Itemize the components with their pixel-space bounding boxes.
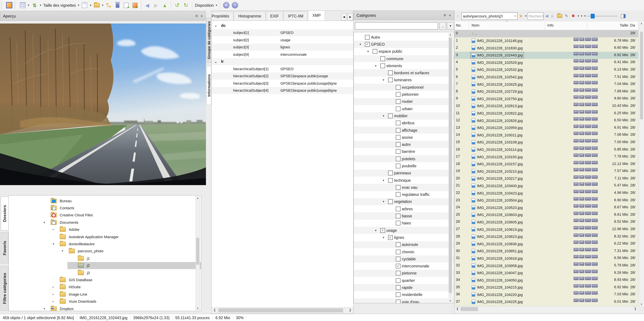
settings-icon[interactable]: ⚙ — [223, 2, 230, 9]
expander-icon[interactable]: ▾ — [383, 179, 388, 182]
file-row[interactable]: 6 IMG_20161228_102542.jpg GPSXMPIPTCEXIF… — [454, 73, 638, 81]
file-name-cell[interactable]: IMG_20161228_103150.jpg — [470, 154, 524, 159]
tab-histogramme[interactable]: Histogramme — [234, 12, 266, 21]
folder-tree-item[interactable]: GIS DataBase — [9, 276, 201, 283]
file-name-cell[interactable]: IMG_20161228_102625.jpg — [470, 81, 524, 87]
rotate-left-icon[interactable]: ↺ — [174, 2, 180, 9]
delete-icon[interactable] — [114, 2, 121, 9]
xmp-hscrollbar[interactable]: ❮ ❯ — [212, 307, 353, 313]
thumbnail-size-slider[interactable] — [587, 13, 618, 19]
category-checkbox[interactable]: ✓ — [396, 264, 400, 268]
file-name-cell[interactable]: IMG_20161228_104220.jpg — [470, 292, 524, 297]
file-row[interactable]: 31 IMG_20161228_103918.jpg GPSXMPIPTCEXI… — [454, 255, 638, 262]
file-row[interactable]: 4 IMG_20161228_102529.jpg GPSXMPIPTCEXIF… — [454, 59, 638, 66]
xmp-property-row[interactable]: subject[4] intercommunale — [212, 51, 353, 58]
category-item[interactable]: pietonne — [354, 270, 454, 277]
file-row[interactable]: 26 IMG_20161228_103605.jpg GPSXMPIPTCEXI… — [454, 219, 638, 226]
category-item[interactable]: bordures et surfaces — [354, 69, 454, 77]
file-row[interactable]: 27 IMG_20161228_103619.jpg GPSXMPIPTCEXI… — [454, 226, 638, 233]
file-name-cell[interactable]: IMG_20161228_103605.jpg — [470, 219, 524, 225]
rotate-right-icon[interactable]: ↻ — [182, 2, 189, 9]
file-name-cell[interactable]: IMG_20161228_102822.jpg — [470, 110, 524, 116]
file-name-cell[interactable]: IMG_20161228_102542.jpg — [470, 74, 524, 80]
toolbar-grip[interactable] — [1, 2, 4, 9]
file-row[interactable]: 28 IMG_20161228_103623.jpg GPSXMPIPTCEXI… — [454, 233, 638, 240]
scroll-right-icon[interactable]: ❯ — [633, 307, 638, 310]
folder-tree-item[interactable]: Creative Cloud Files — [9, 212, 201, 219]
file-row[interactable]: 23 IMG_20161228_103504.jpg GPSXMPIPTCEXI… — [454, 197, 638, 204]
file-row[interactable]: 12 IMG_20161228_102826.jpg GPSXMPIPTCEXI… — [454, 117, 638, 124]
xmp-property-row[interactable]: hierarchicalSubject[1] GPSEO — [212, 65, 353, 72]
xmp-property-row[interactable]: hierarchicalSubject[3] GPSEO|espace publ… — [212, 80, 353, 87]
file-row[interactable]: 21 IMG_20161228_103400.jpg GPSXMPIPTCEXI… — [454, 182, 638, 190]
file-list-hscrollbar[interactable]: ❮ ❯ — [454, 306, 638, 312]
category-item[interactable]: ▾ elements — [354, 62, 454, 69]
help-icon[interactable]: ? — [232, 2, 238, 9]
file-row[interactable]: 15 IMG_20161228_103108.jpg GPSXMPIPTCEXI… — [454, 139, 638, 146]
expander-icon[interactable]: ▾ — [383, 200, 388, 203]
category-item[interactable]: commune — [354, 55, 454, 62]
category-checkbox[interactable] — [396, 221, 400, 226]
category-item[interactable]: regulateur traffic — [354, 191, 454, 198]
file-row[interactable]: 18 IMG_20161228_103157.jpg GPSXMPIPTCEXI… — [454, 160, 638, 168]
category-checkbox[interactable] — [396, 142, 400, 147]
category-checkbox[interactable] — [396, 99, 400, 104]
file-name-cell[interactable]: IMG_20161228_103603.jpg — [470, 212, 524, 218]
category-checkbox[interactable] — [380, 56, 385, 61]
category-item[interactable]: ▾ ✓ lignes — [354, 234, 454, 241]
expander-icon[interactable]: ▸ — [53, 285, 60, 289]
category-checkbox[interactable]: ✓ — [388, 235, 393, 240]
file-name-cell[interactable]: IMG_20161228_104225.jpg — [470, 299, 524, 305]
folder-tree-item[interactable]: ▾ Dropbox — [9, 305, 201, 311]
expander-icon[interactable]: ▸ — [53, 228, 60, 231]
folder-tree-item[interactable]: ▸ HiSuite — [9, 283, 201, 291]
category-checkbox[interactable] — [396, 271, 400, 276]
file-row[interactable]: 29 IMG_20161228_103836.jpg GPSXMPIPTCEXI… — [454, 240, 638, 247]
category-item[interactable]: ▾ espace public — [354, 48, 454, 55]
scroll-down-icon[interactable]: ▼ — [196, 307, 200, 309]
category-checkbox[interactable] — [396, 207, 400, 211]
expander-icon[interactable]: ▾ — [53, 242, 60, 246]
category-checkbox[interactable] — [396, 164, 400, 168]
file-name-cell[interactable]: IMG_20161228_103851.jpg — [470, 248, 524, 254]
file-row[interactable]: 10 IMG_20161228_102813.jpg GPSXMPIPTCEXI… — [454, 102, 638, 110]
category-item[interactable]: affichage — [354, 127, 454, 134]
file-name-cell[interactable]: IMG_20161228_103623.jpg — [470, 234, 524, 239]
category-checkbox[interactable] — [365, 35, 370, 40]
parent-folder-icon[interactable]: ↑ — [454, 14, 461, 18]
xmp-group-row[interactable]: ⌄ dc — [212, 22, 353, 29]
category-item[interactable]: cyclable — [354, 255, 454, 263]
thumbnail-size-dropdown-icon[interactable]: ▼ — [77, 4, 80, 6]
folder-tree-item[interactable]: Bureau — [9, 197, 201, 204]
back-icon[interactable]: ◀ — [144, 2, 150, 9]
category-checkbox[interactable] — [396, 249, 400, 254]
scroll-left-icon[interactable]: ❮ — [455, 307, 460, 310]
category-item[interactable]: panneaux — [354, 170, 454, 177]
tab-groupe-de-categories[interactable]: Groupe de catégories — [206, 18, 211, 63]
view-dropdown-icon[interactable]: ▼ — [580, 15, 583, 17]
category-checkbox[interactable] — [396, 242, 400, 247]
file-name-cell[interactable]: IMG_20161228_103210.jpg — [470, 169, 524, 174]
category-item[interactable]: chemin — [354, 248, 454, 255]
file-row[interactable]: 33 IMG_20161228_104047.jpg GPSXMPIPTCEXI… — [454, 269, 638, 276]
xmp-group-row[interactable]: ⌄ lr — [212, 58, 353, 65]
favorite-star-icon[interactable]: ★ — [518, 14, 524, 19]
category-checkbox[interactable] — [396, 106, 400, 111]
xmp-property-row[interactable]: subject[3] lignes — [212, 44, 353, 51]
category-item[interactable]: Autre — [354, 34, 454, 41]
category-checkbox[interactable] — [396, 92, 400, 97]
scroll-up-icon[interactable]: ▲ — [196, 197, 200, 199]
search-input[interactable]: Recherch — [528, 12, 544, 20]
scroll-up-icon[interactable]: ▲ — [640, 22, 643, 25]
category-item[interactable]: ▾ ✓ usage — [354, 227, 454, 234]
tab-filtre-categories[interactable]: Filtre catégories — [1, 266, 8, 311]
close-icon[interactable]: ✕ — [200, 14, 203, 18]
file-row[interactable]: 14 IMG_20161228_103011.jpg GPSXMPIPTCEXI… — [454, 131, 638, 139]
category-item[interactable]: potelets — [354, 155, 454, 163]
file-row[interactable]: 17 IMG_20161228_103150.jpg GPSXMPIPTCEXI… — [454, 153, 638, 160]
folder-tree-item[interactable]: j1 — [9, 255, 201, 262]
category-item[interactable]: ▾ ✓ GPSEO — [354, 41, 454, 48]
folder-tree-item[interactable]: ▸ Vuze Downloads — [9, 298, 201, 305]
folder-tree-item[interactable]: ▾ Documents — [9, 219, 201, 226]
category-checkbox[interactable] — [388, 78, 393, 82]
